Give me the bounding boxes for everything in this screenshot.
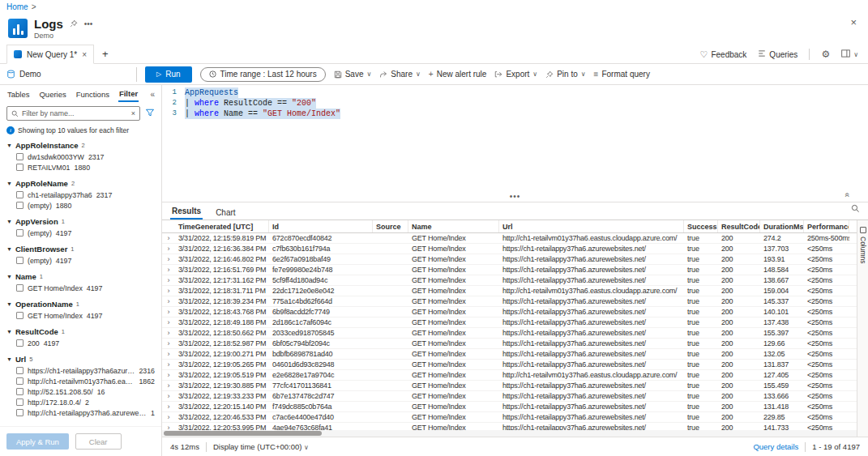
expand-row-icon[interactable]: ›: [162, 255, 175, 263]
sidebar-tab-functions[interactable]: Functions: [75, 87, 110, 101]
filter-value-option[interactable]: (empty)4197: [6, 228, 155, 238]
checkbox[interactable]: [16, 229, 24, 237]
filter-value-option[interactable]: dw1sdwk0003YW2317: [6, 151, 155, 162]
pin-icon[interactable]: [70, 19, 78, 29]
filter-group-header[interactable]: ▼OperationName1: [6, 297, 155, 310]
table-row[interactable]: ›3/31/2022, 12:18:50.662 PM2033ced918705…: [162, 328, 857, 339]
breadcrumb-home-link[interactable]: Home: [6, 2, 28, 11]
filter-group-header[interactable]: ▼AppRoleName2: [6, 177, 155, 190]
column-header[interactable]: Source: [373, 220, 408, 232]
checkbox[interactable]: [16, 312, 24, 319]
filter-group-header[interactable]: ▼AppVersion1: [6, 215, 155, 228]
gear-icon[interactable]: ⚙: [821, 49, 830, 60]
filter-value-option[interactable]: GET Home/Index4197: [6, 310, 155, 321]
filter-value-option[interactable]: (empty)4197: [6, 255, 155, 266]
filter-value-option[interactable]: 2004197: [6, 338, 155, 348]
columns-rail-tab[interactable]: Columns: [859, 237, 867, 264]
table-row[interactable]: ›3/31/2022, 12:15:59.819 PM672c870ecdf40…: [162, 233, 857, 244]
table-row[interactable]: ›3/31/2022, 12:19:05.519 PMe2e6828e17a97…: [162, 370, 857, 381]
format-query-button[interactable]: ≡ Format query: [594, 70, 650, 79]
column-header[interactable]: Id: [269, 220, 373, 232]
checkbox[interactable]: [16, 388, 24, 395]
filter-value-option[interactable]: GET Home/Index4197: [6, 283, 155, 293]
splitter-handle-icon[interactable]: •••: [510, 192, 521, 201]
table-row[interactable]: ›3/31/2022, 12:19:33.233 PM6b7e137478c2d…: [162, 391, 857, 402]
filter-value-option[interactable]: (empty)1880: [6, 200, 155, 211]
feedback-button[interactable]: ♡ Feedback: [700, 49, 747, 60]
filter-value-option[interactable]: https://ch1-retailappy37ha6azurewebsit..…: [6, 365, 155, 376]
table-row[interactable]: ›3/31/2022, 12:19:00.271 PMbdbfb6898781a…: [162, 349, 857, 360]
horizontal-scrollbar[interactable]: [162, 430, 857, 437]
expand-row-icon[interactable]: ›: [162, 234, 175, 242]
expand-row-icon[interactable]: ›: [162, 297, 175, 305]
expand-row-icon[interactable]: ›: [162, 287, 175, 295]
sidebar-tab-filter[interactable]: Filter: [118, 87, 139, 102]
scrollbar-thumb[interactable]: [164, 431, 322, 436]
expand-row-icon[interactable]: ›: [162, 371, 175, 379]
editor-results-splitter[interactable]: ••• «: [162, 190, 868, 202]
table-row[interactable]: ›3/31/2022, 12:20:53.995 PM4ae94e763c68f…: [162, 423, 857, 430]
tab-chart[interactable]: Chart: [214, 206, 237, 219]
filter-value-option[interactable]: ch1-retailappy37ha62317: [6, 190, 155, 200]
sidebar-tab-tables[interactable]: Tables: [6, 87, 30, 101]
column-header[interactable]: ResultCode: [718, 220, 760, 232]
query-details-link[interactable]: Query details: [753, 442, 798, 451]
table-row[interactable]: ›3/31/2022, 12:16:36.384 PMc7fb630b161f7…: [162, 244, 857, 254]
column-header[interactable]: Success: [684, 220, 718, 232]
run-button[interactable]: ▷ Run: [145, 66, 192, 83]
export-button[interactable]: Export ∨: [494, 70, 537, 79]
tab-results[interactable]: Results: [170, 204, 203, 219]
column-header[interactable]: Url: [499, 220, 684, 232]
clear-button[interactable]: Clear: [75, 433, 122, 450]
checkbox[interactable]: [16, 202, 24, 209]
expand-row-icon[interactable]: ›: [162, 276, 175, 284]
filter-group-header[interactable]: ▼ResultCode1: [6, 325, 155, 338]
checkbox[interactable]: [16, 398, 24, 406]
expand-row-icon[interactable]: ›: [162, 266, 175, 274]
tab-new-query[interactable]: New Query 1* ×: [6, 45, 94, 64]
scope-selector[interactable]: Demo: [6, 70, 128, 79]
table-row[interactable]: ›3/31/2022, 12:19:05.265 PM04601d6d93c82…: [162, 360, 857, 370]
sidebar-tab-queries[interactable]: Queries: [38, 87, 66, 101]
filter-value-option[interactable]: http://172.18.0.4/2: [6, 397, 155, 407]
new-alert-rule-button[interactable]: + New alert rule: [429, 70, 487, 79]
add-tab-button[interactable]: +: [102, 48, 109, 60]
checkbox[interactable]: [16, 339, 24, 347]
table-row[interactable]: ›3/31/2022, 12:18:52.987 PM6bf05c794bf20…: [162, 339, 857, 349]
time-range-picker[interactable]: Time range : Last 12 hours: [200, 67, 326, 82]
table-row[interactable]: ›3/31/2022, 12:18:43.768 PM6b9f8acdd2fc7…: [162, 307, 857, 317]
checkbox[interactable]: [16, 191, 24, 198]
pin-to-button[interactable]: Pin to ∨: [545, 70, 585, 79]
expand-row-icon[interactable]: ›: [162, 360, 175, 369]
clear-search-icon[interactable]: ×: [131, 109, 135, 117]
query-editor[interactable]: 1AppRequests2| where ResultCode == "200"…: [162, 85, 868, 190]
share-button[interactable]: Share ∨: [379, 70, 421, 79]
expand-row-icon[interactable]: ›: [162, 350, 175, 358]
filter-group-header[interactable]: ▼Url5: [6, 352, 155, 365]
table-row[interactable]: ›3/31/2022, 12:16:46.802 PM6e2f67a0918ba…: [162, 254, 857, 265]
layout-button[interactable]: ∨: [841, 49, 858, 59]
table-row[interactable]: ›3/31/2022, 12:20:15.140 PMf749dc885c0b7…: [162, 402, 857, 412]
expand-row-icon[interactable]: ›: [162, 308, 175, 316]
queries-button[interactable]: Queries: [758, 49, 797, 59]
column-header[interactable]: DurationMs: [760, 220, 804, 232]
table-row[interactable]: ›3/31/2022, 12:18:49.188 PM2d186c1c7af60…: [162, 317, 857, 328]
filter-group-header[interactable]: ▼AppRoleInstance2: [6, 139, 155, 151]
filter-value-option[interactable]: RETAILVM011880: [6, 162, 155, 173]
checkbox[interactable]: [16, 367, 24, 374]
filter-value-option[interactable]: http://ch1-retailappy37ha6.azurewebsites…: [6, 407, 155, 418]
filter-funnel-icon[interactable]: [145, 106, 155, 121]
collapse-sidebar-icon[interactable]: «: [150, 90, 155, 99]
more-options-icon[interactable]: •••: [84, 19, 93, 28]
filter-value-option[interactable]: http://52.151.208.50/16: [6, 386, 155, 397]
column-header[interactable]: Name: [408, 220, 499, 232]
filter-group-header[interactable]: ▼Name1: [6, 270, 155, 283]
checkbox[interactable]: [16, 153, 24, 160]
filter-group-header[interactable]: ▼ClientBrowser1: [6, 242, 155, 255]
table-row[interactable]: ›3/31/2022, 12:18:39.234 PM775a1c4bd62f6…: [162, 296, 857, 307]
expand-row-icon[interactable]: ›: [162, 403, 175, 411]
checkbox[interactable]: [16, 284, 24, 292]
expand-row-icon[interactable]: ›: [162, 245, 175, 253]
expand-row-icon[interactable]: ›: [162, 424, 175, 430]
close-tab-icon[interactable]: ×: [82, 50, 87, 59]
